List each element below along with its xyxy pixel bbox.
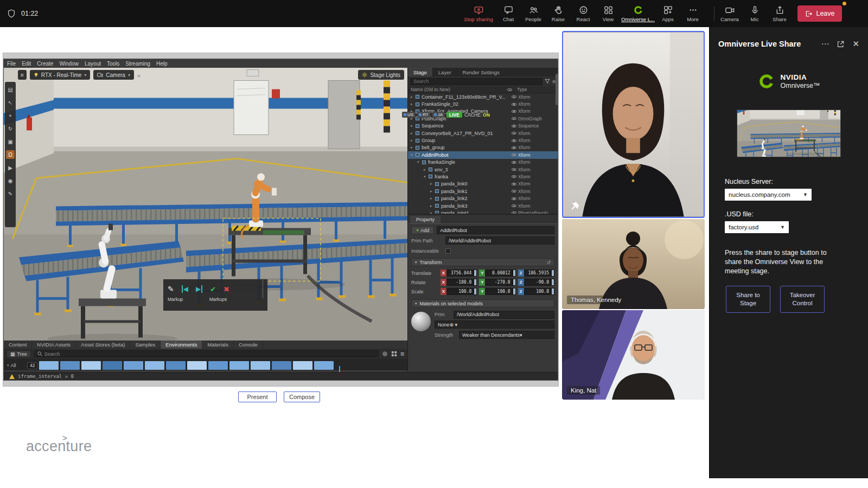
environment-thumbnail[interactable] <box>208 361 228 370</box>
instanceable-checkbox[interactable] <box>445 248 451 254</box>
usd-file-select[interactable]: factory.usd ▼ <box>725 221 789 233</box>
viewport-tool-icon[interactable]: ▤ <box>6 85 15 94</box>
more-button[interactable]: More <box>680 0 705 27</box>
expand-caret-icon[interactable]: ▸ <box>411 131 416 136</box>
tree-toggle-button[interactable]: ▦Tree <box>7 350 31 358</box>
tab-omniverse-app[interactable]: Omniverse L... <box>621 0 655 27</box>
axis-value-field[interactable]: 0.00012 <box>485 269 512 277</box>
environment-thumbnail[interactable] <box>251 361 270 370</box>
nucleus-server-select[interactable]: nucleus.company.com ▼ <box>725 189 812 201</box>
clear-material-icon[interactable]: ⊗ ▾ <box>450 322 458 328</box>
expand-caret-icon[interactable]: ▸ <box>430 182 435 186</box>
share-button[interactable]: Share <box>767 0 792 27</box>
camera-dropdown[interactable]: Camera▾ <box>93 70 134 80</box>
transform-section-header[interactable]: ▾Transform ↺ <box>411 258 554 266</box>
visibility-eye-icon[interactable] <box>509 146 518 149</box>
stage-tree-row[interactable]: ▸ Sequence Sequence <box>408 123 558 130</box>
environment-thumbnail[interactable] <box>124 361 143 370</box>
value-nub[interactable] <box>474 279 477 286</box>
menu-item[interactable]: Streaming <box>125 61 150 67</box>
next-markup-icon[interactable]: ▶ <box>196 285 202 293</box>
visibility-eye-icon[interactable] <box>509 117 518 120</box>
expand-caret-icon[interactable]: ▾ <box>411 153 416 157</box>
tree-scrollbar[interactable] <box>556 74 558 105</box>
view-button[interactable]: View <box>596 0 621 27</box>
camera-button[interactable]: Camera <box>717 0 742 27</box>
value-nub[interactable] <box>551 269 554 277</box>
viewport-tool-icon[interactable]: ▶ <box>6 163 15 172</box>
environment-thumbnail[interactable] <box>166 361 186 370</box>
axis-value-field[interactable]: -180.0 <box>446 279 474 286</box>
stage-tree-row[interactable]: ▸ panda_joint1 PhysicsRevolu... <box>408 209 558 214</box>
menu-item[interactable]: Edit <box>22 61 31 67</box>
stage-tree-row[interactable]: ▸ panda_link1 Xform <box>408 188 558 195</box>
apps-button[interactable]: Apps <box>655 0 680 27</box>
stage-tree-row[interactable]: ▸ Container_F11_123x80x89cm_PR_V... Xfor… <box>408 93 558 100</box>
menu-item[interactable]: Window <box>59 61 79 67</box>
renderer-dropdown[interactable]: RTX - Real-Time▾ <box>30 70 90 80</box>
reject-markup-icon[interactable]: ✖ <box>224 285 229 293</box>
viewport-tool-icon[interactable]: ◉ <box>6 176 15 185</box>
stage-search-input[interactable] <box>410 78 542 85</box>
visibility-eye-icon[interactable] <box>509 153 518 156</box>
value-nub[interactable] <box>513 269 516 277</box>
participant-video-tile[interactable]: King, Nat <box>562 310 705 400</box>
content-tab[interactable]: Samples <box>130 341 161 349</box>
menu-item[interactable]: Tools <box>107 61 119 67</box>
stage-tree-row[interactable]: ▸ panda_link2 Xform <box>408 195 558 202</box>
chat-button[interactable]: Chat <box>496 0 521 27</box>
stage-tree-row[interactable]: ▾ franka Xform <box>408 173 558 180</box>
prim-path-field[interactable]: /World/AddtnlRobot <box>445 236 554 245</box>
stop-sharing-button[interactable]: Stop sharing <box>461 0 496 27</box>
expand-caret-icon[interactable]: ▸ <box>411 145 416 150</box>
value-nub[interactable] <box>551 288 554 295</box>
visibility-eye-icon[interactable] <box>509 103 518 106</box>
reset-transform-icon[interactable]: ↺ <box>546 260 551 265</box>
value-nub[interactable] <box>474 269 477 277</box>
viewport-menu-icon[interactable]: ≡ <box>18 70 27 80</box>
expand-caret-icon[interactable]: ▸ <box>430 189 435 194</box>
expand-caret-icon[interactable]: ▸ <box>430 196 435 201</box>
material-dropdown[interactable]: None⊗ ▾ <box>435 320 554 329</box>
stage-tree-row[interactable]: ▸ FrankaSingle_02 Xform <box>408 100 558 107</box>
filter-funnel-icon[interactable] <box>545 79 550 84</box>
menu-item[interactable]: Help <box>156 61 168 67</box>
compose-button[interactable]: Compose <box>284 391 320 402</box>
viewport-tool-icon[interactable]: ↖ <box>6 98 15 107</box>
visibility-eye-icon[interactable] <box>509 110 518 113</box>
stage-tree-row[interactable]: ▾ AddtnlRobot Xform <box>408 151 558 158</box>
visibility-eye-icon[interactable] <box>509 161 518 164</box>
stage-tree-row[interactable]: ▾ frankaSingle Xform <box>408 159 558 166</box>
expand-caret-icon[interactable]: ▸ <box>411 124 416 128</box>
menu-item[interactable]: File <box>7 61 16 67</box>
expand-caret-icon[interactable]: ▸ <box>411 138 416 143</box>
add-component-button[interactable]: +Add <box>411 226 434 234</box>
axis-value-field[interactable]: 100.0 <box>485 288 512 295</box>
menu-item[interactable]: Layout <box>85 61 101 67</box>
raise-hand-button[interactable]: Raise <box>546 0 571 27</box>
react-button[interactable]: React <box>571 0 596 27</box>
expand-caret-icon[interactable]: ▸ <box>424 168 429 172</box>
environment-thumbnail[interactable] <box>272 361 291 370</box>
stage-lights-button[interactable]: Stage Lights <box>358 70 404 80</box>
visibility-eye-icon[interactable] <box>509 211 518 214</box>
stage-tab[interactable]: Render Settings <box>457 68 506 76</box>
expand-caret-icon[interactable]: ▸ <box>411 102 416 106</box>
toolbar-expand-icon[interactable]: » <box>137 72 141 78</box>
environment-thumbnail[interactable] <box>314 361 334 370</box>
expand-caret-icon[interactable]: ▾ <box>424 175 429 179</box>
prim-name-field[interactable]: AddtnlRobot <box>437 226 554 234</box>
list-view-icon[interactable]: ≣ <box>400 351 405 357</box>
axis-value-field[interactable]: 3756.044 <box>446 269 474 277</box>
content-tab[interactable]: Asset Stores (beta) <box>76 341 130 349</box>
axis-value-field[interactable]: 100.0 <box>524 288 551 295</box>
popout-icon[interactable] <box>837 40 845 48</box>
stage-tab[interactable]: Stage <box>408 68 433 76</box>
participant-video-tile[interactable]: Thomas, Kennedy <box>562 219 705 309</box>
pin-icon[interactable] <box>570 201 580 211</box>
visibility-eye-icon[interactable] <box>509 132 518 134</box>
content-search-input[interactable]: Search <box>34 350 379 357</box>
expand-caret-icon[interactable]: ▾ <box>417 160 422 164</box>
viewport-tool-icon[interactable]: + <box>6 111 15 120</box>
axis-value-field[interactable]: 100.0 <box>446 288 474 295</box>
